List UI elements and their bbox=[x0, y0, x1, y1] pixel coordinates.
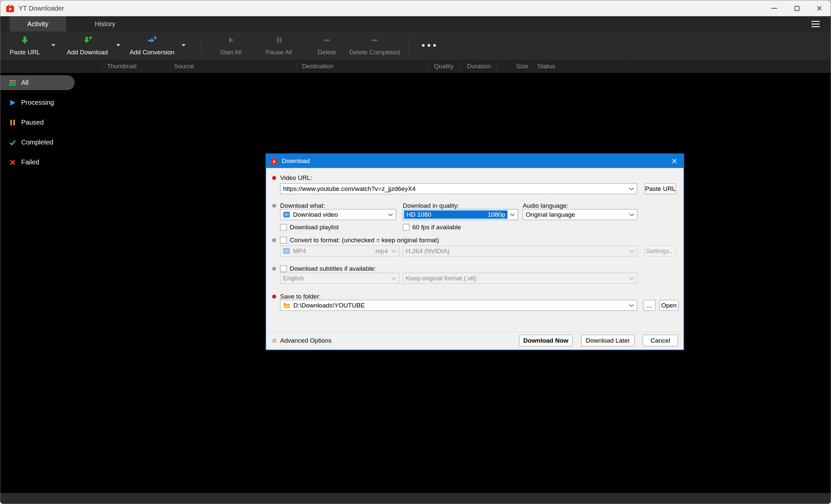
chevron-down-icon bbox=[391, 249, 396, 253]
column-source[interactable]: Source bbox=[174, 60, 194, 73]
film-icon bbox=[283, 247, 290, 255]
delete-completed-button[interactable]: Delete Completed bbox=[346, 33, 403, 57]
video-url-input[interactable]: https://www.youtube.com/watch?v=z_jjzd6e… bbox=[280, 183, 637, 194]
audio-language-select[interactable]: Original language bbox=[523, 209, 637, 220]
add-conversion-dropdown[interactable] bbox=[181, 43, 186, 47]
start-all-button[interactable]: Start All bbox=[209, 33, 252, 57]
subtitle-language-select: English bbox=[280, 273, 399, 284]
column-thumbnail[interactable]: Thumbnail bbox=[107, 60, 137, 73]
browse-folder-button[interactable]: ... bbox=[643, 300, 656, 311]
add-conversion-icon bbox=[147, 35, 157, 46]
filter-all-icon bbox=[9, 79, 16, 87]
maximize-icon bbox=[795, 6, 800, 11]
tab-activity[interactable]: Activity bbox=[10, 16, 66, 31]
status-bar bbox=[0, 493, 831, 504]
download-dialog: Download Video URL: https://www.youtube.… bbox=[265, 153, 684, 350]
filter-paused[interactable]: Paused bbox=[0, 115, 75, 130]
subtitles-checkbox[interactable] bbox=[280, 265, 287, 272]
more-icon bbox=[421, 42, 436, 49]
chevron-down-icon[interactable] bbox=[388, 213, 393, 216]
paste-url-dropdown[interactable] bbox=[51, 43, 56, 47]
add-download-icon bbox=[83, 35, 92, 46]
subtitle-format-select: Keep original format (.vtt) bbox=[403, 273, 637, 284]
paste-url-label: Paste URL bbox=[10, 49, 40, 56]
delete-completed-icon bbox=[370, 35, 379, 46]
app-logo-icon bbox=[270, 157, 278, 165]
chevron-down-icon bbox=[629, 277, 634, 280]
convert-checkbox-row: Convert to format: (unchecked = keep ori… bbox=[280, 236, 439, 244]
convert-label: Convert to format: (unchecked = keep ori… bbox=[290, 237, 439, 244]
save-folder-value: D:\Downloads\YOUTUBE bbox=[293, 302, 365, 309]
add-download-dropdown[interactable] bbox=[116, 43, 121, 47]
pause-all-button[interactable]: Pause All bbox=[257, 33, 300, 57]
convert-codec-select: H.264 (NVIDIA) bbox=[403, 245, 637, 257]
chevron-down-icon[interactable] bbox=[629, 187, 634, 190]
filter-completed[interactable]: Completed bbox=[0, 135, 75, 150]
paste-url-button[interactable]: Paste URL bbox=[6, 33, 44, 57]
cancel-button[interactable]: Cancel bbox=[643, 335, 678, 346]
filter-failed[interactable]: Failed bbox=[0, 155, 75, 170]
quality-select[interactable]: HD 1080 1080p bbox=[403, 209, 518, 220]
subtitles-checkbox-row: Download subtitles if available: bbox=[280, 265, 376, 273]
chevron-down-icon[interactable] bbox=[510, 213, 515, 216]
download-playlist-checkbox[interactable] bbox=[280, 224, 287, 231]
hamburger-icon bbox=[811, 21, 820, 22]
fps-label: 60 fps if available bbox=[412, 224, 461, 231]
column-duration[interactable]: Duration bbox=[467, 60, 491, 73]
download-what-value: Download video bbox=[293, 211, 338, 218]
close-icon bbox=[817, 6, 822, 11]
pause-all-label: Pause All bbox=[265, 49, 292, 56]
subtitles-label: Download subtitles if available: bbox=[290, 265, 376, 272]
title-bar: YT Downloader bbox=[0, 0, 831, 16]
delete-button[interactable]: Delete bbox=[305, 33, 348, 57]
download-playlist-checkbox-row: Download playlist bbox=[280, 223, 339, 231]
dialog-close-button[interactable] bbox=[668, 156, 680, 166]
tab-history[interactable]: History bbox=[77, 16, 134, 31]
convert-format-ext: .mp4 bbox=[374, 247, 389, 255]
video-url-value: https://www.youtube.com/watch?v=z_jjzd6e… bbox=[283, 185, 416, 192]
open-folder-button[interactable]: Open bbox=[659, 300, 679, 311]
chevron-down-icon[interactable] bbox=[629, 213, 634, 216]
tab-strip: Activity History bbox=[0, 16, 831, 31]
add-conversion-label: Add Conversion bbox=[130, 49, 174, 56]
processing-icon bbox=[9, 99, 16, 107]
video-url-label: Video URL: bbox=[280, 174, 312, 182]
audio-language-value: Original language bbox=[526, 211, 575, 218]
column-status[interactable]: Status bbox=[537, 60, 555, 73]
quality-right-value: 1080p bbox=[488, 211, 505, 218]
close-button[interactable] bbox=[808, 0, 831, 16]
paused-icon bbox=[9, 119, 16, 126]
filter-processing[interactable]: Processing bbox=[0, 95, 75, 110]
column-destination[interactable]: Destination bbox=[302, 60, 334, 73]
delete-icon bbox=[322, 35, 332, 46]
menu-button[interactable] bbox=[807, 16, 824, 31]
column-size[interactable]: Size bbox=[516, 60, 528, 73]
more-button[interactable] bbox=[417, 40, 440, 51]
failed-icon bbox=[9, 159, 16, 166]
save-folder-input[interactable]: D:\Downloads\YOUTUBE bbox=[280, 300, 637, 311]
minimize-button[interactable] bbox=[763, 0, 785, 16]
add-download-button[interactable]: Add Download bbox=[67, 33, 108, 57]
column-quality[interactable]: Quality bbox=[434, 60, 454, 73]
audio-language-label: Audio language: bbox=[523, 202, 568, 210]
chevron-down-icon[interactable] bbox=[629, 304, 634, 307]
subtitle-format-value: Keep original format (.vtt) bbox=[406, 275, 476, 282]
maximize-button[interactable] bbox=[785, 0, 808, 16]
download-what-select[interactable]: Download video bbox=[280, 209, 396, 220]
advanced-options-toggle[interactable]: Advanced Options bbox=[271, 335, 332, 346]
filter-all[interactable]: All bbox=[0, 75, 75, 90]
paste-url-icon bbox=[20, 35, 30, 46]
convert-checkbox[interactable] bbox=[280, 237, 287, 243]
toolbar-separator bbox=[409, 35, 409, 55]
fps-checkbox[interactable] bbox=[403, 224, 409, 231]
download-now-button[interactable]: Download Now bbox=[519, 335, 572, 346]
required-dot bbox=[272, 176, 276, 180]
dialog-paste-url-button[interactable]: Paste URL bbox=[645, 183, 676, 194]
download-later-button[interactable]: Download Later bbox=[581, 335, 634, 346]
chevron-down-icon bbox=[391, 277, 396, 280]
chevron-down-icon bbox=[182, 42, 185, 48]
required-dot bbox=[272, 295, 276, 299]
dialog-title: Download bbox=[282, 157, 310, 165]
add-conversion-button[interactable]: Add Conversion bbox=[130, 33, 174, 57]
subtitle-language-value: English bbox=[283, 275, 304, 282]
